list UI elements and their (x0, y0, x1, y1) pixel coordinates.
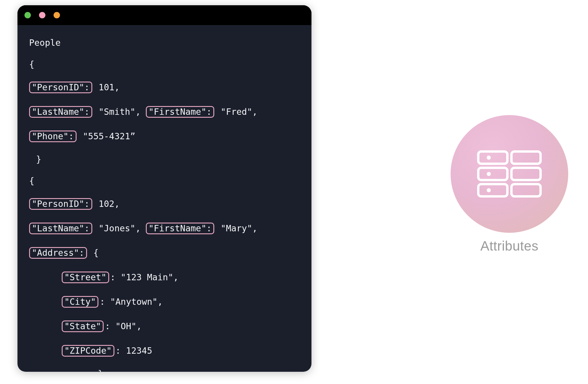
record-open-brace: { (29, 60, 311, 69)
json-text: "Smith", (93, 107, 146, 117)
code-line: "Phone": "555-4321” (29, 131, 311, 142)
code-line: "LastName": "Jones", "FirstName": "Mary"… (29, 223, 311, 234)
window-titlebar (17, 5, 311, 25)
json-key: "Phone": (29, 131, 77, 142)
code-title-text: People (29, 38, 61, 48)
attributes-label: Attributes (448, 238, 571, 254)
svg-rect-4 (478, 184, 507, 196)
svg-rect-5 (511, 184, 541, 196)
code-window: People{"PersonID": 101,"LastName": "Smit… (17, 5, 311, 372)
brace: { (29, 176, 34, 186)
code-line: "PersonID": 101, (29, 82, 311, 93)
brace: { (29, 59, 34, 69)
json-key: "ZIPCode" (62, 345, 114, 357)
code-line: "Address": { (29, 247, 311, 259)
svg-rect-2 (478, 168, 507, 180)
json-text: : "Anytown", (100, 297, 163, 307)
json-key: "FirstName": (146, 223, 214, 234)
json-key: "Address": (29, 247, 87, 259)
svg-point-7 (487, 172, 491, 176)
code-title: People (29, 38, 311, 47)
json-text: 102, (93, 199, 120, 209)
window-control-minimize-icon[interactable] (39, 12, 45, 18)
attributes-circle (451, 115, 568, 233)
json-key: "PersonID": (29, 82, 92, 93)
json-text: : "OH", (105, 321, 141, 331)
code-line: "ZIPCode": 12345 (29, 345, 311, 357)
json-key: "FirstName": (146, 106, 214, 118)
json-text: "Fred", (215, 107, 258, 117)
svg-point-8 (487, 188, 491, 192)
window-control-close-icon[interactable] (24, 12, 31, 18)
code-line: "City": "Anytown", (29, 296, 311, 308)
json-text: : "123 Main", (110, 272, 179, 282)
code-block: People{"PersonID": 101,"LastName": "Smit… (17, 25, 311, 372)
record-open-brace: { (29, 177, 311, 185)
json-text: } (98, 369, 103, 372)
svg-rect-0 (478, 152, 507, 164)
brace: } (29, 155, 41, 164)
json-key: "Street" (62, 272, 109, 283)
json-text: "Mary", (215, 223, 258, 233)
json-key: "City" (62, 296, 98, 308)
json-key: "State" (62, 320, 104, 332)
code-line: "PersonID": 102, (29, 198, 311, 210)
json-text: "555-4321” (78, 131, 136, 141)
json-text: 101, (93, 82, 120, 92)
json-text: "Jones", (93, 223, 146, 233)
json-text: { (88, 248, 99, 258)
attributes-badge: Attributes (448, 115, 571, 254)
code-line: "LastName": "Smith", "FirstName": "Fred"… (29, 106, 311, 118)
table-rows-icon (476, 149, 543, 199)
svg-rect-1 (511, 152, 541, 164)
code-line: } (29, 369, 311, 372)
json-text: : 12345 (116, 346, 152, 356)
json-key: "LastName": (29, 223, 92, 234)
json-key: "PersonID": (29, 198, 92, 210)
code-line: "State": "OH", (29, 320, 311, 332)
code-line: "Street": "123 Main", (29, 272, 311, 283)
svg-point-6 (487, 156, 491, 160)
record-close-brace: } (29, 155, 311, 164)
svg-rect-3 (511, 168, 541, 180)
window-control-zoom-icon[interactable] (54, 12, 60, 18)
json-key: "LastName": (29, 106, 92, 118)
